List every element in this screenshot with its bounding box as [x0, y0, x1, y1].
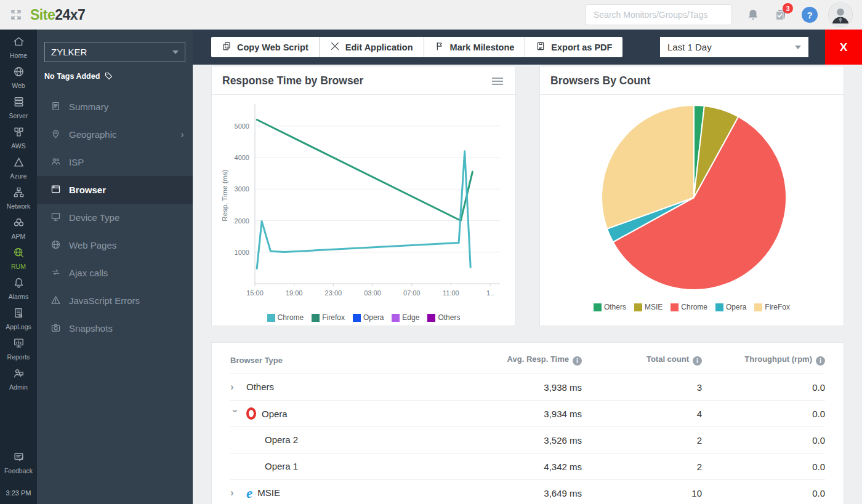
- search-input[interactable]: [586, 4, 732, 25]
- response-time-card: Response Time by Browser 1000 2000 3000 …: [211, 66, 516, 326]
- toolbar: Copy Web Script Edit Application Mark Mi…: [193, 30, 862, 65]
- chevron-down-icon: [795, 46, 801, 49]
- legend-chrome[interactable]: Chrome: [267, 313, 304, 322]
- pdf-icon: [536, 41, 546, 53]
- tag-icon: [104, 71, 113, 81]
- chart-menu-icon[interactable]: [490, 76, 505, 87]
- edit-icon: [330, 41, 340, 53]
- legend-others[interactable]: Others: [427, 313, 460, 322]
- legend-swatch: [594, 303, 602, 311]
- browser-name: Opera 1: [265, 461, 298, 471]
- browser-name: MSIE: [257, 487, 280, 498]
- browser-table-card: Browser Type Avg. Resp. Timei Total coun…: [211, 342, 844, 504]
- site24x7-logo[interactable]: Site24x7: [30, 7, 85, 23]
- browsers-count-title: Browsers By Count: [550, 74, 650, 87]
- legend-others[interactable]: Others: [594, 303, 626, 311]
- expand-chevron-icon[interactable]: ›: [230, 381, 246, 393]
- network-icon: [13, 186, 25, 201]
- nav-rum[interactable]: RUM: [0, 247, 37, 270]
- nav-home[interactable]: Home: [0, 36, 37, 59]
- sidebar-item-snapshots[interactable]: Snapshots: [37, 314, 193, 342]
- nav-apm[interactable]: APM: [0, 217, 37, 240]
- sidebar-item-browser[interactable]: Browser: [37, 176, 193, 204]
- nav-azure[interactable]: Azure: [0, 156, 37, 180]
- summary-icon: [50, 101, 69, 113]
- mark-milestone-button[interactable]: Mark Milestone: [424, 37, 526, 57]
- nav-label: RUM: [11, 263, 26, 270]
- sidebar-item-ajax-calls[interactable]: Ajax calls: [37, 259, 193, 287]
- feedback-icon: [13, 451, 25, 465]
- time-range-dropdown[interactable]: Last 1 Day: [660, 37, 808, 57]
- legend-firefox[interactable]: Firefox: [312, 313, 345, 322]
- legend-msie[interactable]: MSIE: [634, 303, 663, 311]
- legend-opera[interactable]: Opera: [353, 313, 384, 322]
- legend-edge[interactable]: Edge: [392, 313, 419, 322]
- notification-badge: 3: [783, 3, 793, 14]
- nav-aws[interactable]: AWS: [0, 126, 37, 150]
- table-row-opera-1[interactable]: ›Opera 1 4,342 ms 2 0.0: [230, 454, 825, 480]
- legend-swatch: [671, 303, 679, 311]
- bell-icon[interactable]: [746, 8, 760, 22]
- avg-resp-time: 4,342 ms: [434, 454, 582, 480]
- expand-icon[interactable]: [10, 9, 22, 21]
- throughput: 0.0: [702, 480, 825, 504]
- nav-admin[interactable]: Admin: [0, 367, 37, 391]
- sidebar-item-summary[interactable]: Summary: [37, 93, 193, 121]
- nav-label: AWS: [11, 142, 26, 150]
- table-row-opera[interactable]: ›Opera 3,934 ms 4 0.0: [230, 401, 825, 427]
- sidebar-item-geographic[interactable]: Geographic ›: [37, 121, 193, 148]
- expand-chevron-icon[interactable]: ›: [229, 409, 241, 419]
- table-row-others[interactable]: ›Others 3,938 ms 3 0.0: [230, 374, 825, 401]
- legend-firefox[interactable]: FireFox: [754, 303, 790, 311]
- browser-name: Others: [246, 382, 274, 392]
- browser-icon: [50, 184, 69, 196]
- sidebar-item-device-type[interactable]: Device Type: [37, 204, 193, 231]
- legend-swatch: [392, 314, 400, 322]
- sidebar-item-isp[interactable]: ISP: [37, 148, 193, 176]
- legend-opera[interactable]: Opera: [715, 303, 746, 311]
- clock-label: 3:23 PM: [6, 489, 31, 497]
- legend-swatch: [754, 303, 762, 311]
- total-count: 4: [582, 401, 702, 427]
- nav-label: APM: [12, 233, 26, 240]
- tasks-icon[interactable]: 3: [774, 8, 787, 22]
- nav-web[interactable]: Web: [0, 66, 37, 89]
- nav-server[interactable]: Server: [0, 96, 37, 119]
- nav-applogs[interactable]: AppLogs: [0, 307, 37, 330]
- table-row-msie[interactable]: ›eMSIE 3,649 ms 10 0.0: [230, 480, 825, 504]
- chevron-down-icon: [172, 50, 179, 54]
- sidebar-item-web-pages[interactable]: Web Pages: [37, 231, 193, 259]
- browsers-count-legend: Others MSIE Chrome Opera FireFox: [545, 302, 839, 316]
- browser-name: Opera 2: [265, 434, 298, 445]
- svg-text:23:00: 23:00: [324, 289, 342, 297]
- legend-chrome[interactable]: Chrome: [671, 303, 707, 311]
- avatar[interactable]: [829, 3, 852, 26]
- info-icon[interactable]: i: [573, 356, 582, 366]
- browsers-count-card: Browsers By Count Others MSIE Chrome Ope…: [539, 66, 844, 326]
- expand-chevron-icon[interactable]: ›: [230, 487, 246, 499]
- time-range-value: Last 1 Day: [667, 42, 712, 52]
- logo-suffix: 24x7: [55, 7, 85, 23]
- table-row-opera-2[interactable]: ›Opera 2 3,526 ms 2 0.0: [230, 427, 825, 454]
- edit-application-button[interactable]: Edit Application: [320, 37, 424, 57]
- close-button[interactable]: X: [825, 30, 862, 65]
- info-icon[interactable]: i: [693, 356, 702, 366]
- sidebar-item-javascript-errors[interactable]: JavaScript Errors: [37, 287, 193, 314]
- server-icon: [13, 96, 25, 110]
- nav-feedback[interactable]: Feedback: [0, 451, 37, 474]
- info-icon[interactable]: i: [816, 356, 825, 366]
- nav-reports[interactable]: Reports: [0, 337, 37, 361]
- tags-label[interactable]: No Tags Added: [44, 71, 185, 81]
- nav-label: Web: [12, 82, 25, 89]
- sidebar: ZYLKER No Tags Added Summary Geographic …: [37, 30, 193, 504]
- svg-text:2000: 2000: [234, 217, 249, 225]
- app-selector-value: ZYLKER: [51, 47, 87, 57]
- nav-network[interactable]: Network: [0, 186, 37, 210]
- app-selector-dropdown[interactable]: ZYLKER: [44, 42, 185, 62]
- copy-web-script-button[interactable]: Copy Web Script: [211, 37, 320, 57]
- export-as-pdf-button[interactable]: Export as PDF: [525, 37, 622, 57]
- alarms-icon: [13, 277, 25, 291]
- help-icon[interactable]: ?: [802, 7, 818, 23]
- nav-label: Feedback: [4, 467, 33, 474]
- nav-alarms[interactable]: Alarms: [0, 277, 37, 300]
